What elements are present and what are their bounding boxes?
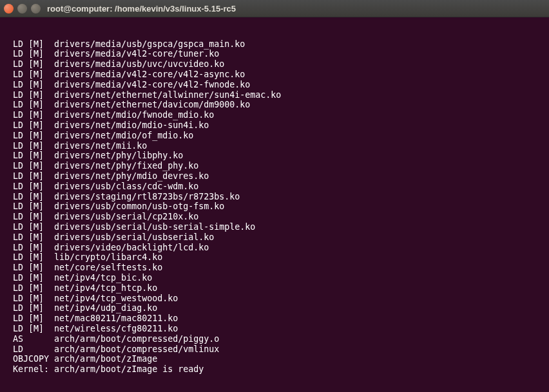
output-line: LD [M] drivers/usb/common/usb-otg-fsm.ko — [3, 201, 546, 212]
terminal-output: LD [M] drivers/media/usb/gspca/gspca_mai… — [3, 39, 546, 375]
output-line: LD [M] drivers/media/usb/gspca/gspca_mai… — [3, 39, 546, 50]
output-line: LD [M] drivers/net/ethernet/allwinner/su… — [3, 90, 546, 100]
window-title: root@computer: /home/kevin/v3s/linux-5.1… — [47, 4, 236, 14]
output-line: LD [M] drivers/media/v4l2-core/v4l2-fwno… — [3, 80, 546, 90]
output-line: LD [M] drivers/usb/class/cdc-wdm.ko — [3, 182, 546, 192]
terminal-window: root@computer: /home/kevin/v3s/linux-5.1… — [0, 0, 549, 392]
output-line: LD [M] drivers/net/phy/libphy.ko — [3, 151, 546, 161]
minimize-icon[interactable] — [17, 4, 27, 14]
output-line: LD [M] drivers/media/v4l2-core/v4l2-asyn… — [3, 70, 546, 80]
output-line: LD [M] drivers/net/mdio/mdio-sun4i.ko — [3, 120, 546, 131]
output-line: LD [M] net/ipv4/tcp_bic.ko — [3, 273, 546, 283]
output-line: OBJCOPY arch/arm/boot/zImage — [3, 354, 546, 364]
output-line: LD [M] net/ipv4/tcp_westwood.ko — [3, 294, 546, 304]
output-line: LD [M] net/wireless/cfg80211.ko — [3, 324, 546, 334]
output-line: LD [M] drivers/usb/serial/usb-serial-sim… — [3, 222, 546, 232]
output-line: LD [M] drivers/net/mii.ko — [3, 141, 546, 151]
output-line: LD [M] drivers/staging/rtl8723bs/r8723bs… — [3, 192, 546, 202]
output-line: LD [M] net/ipv4/udp_diag.ko — [3, 303, 546, 313]
output-line: AS arch/arm/boot/compressed/piggy.o — [3, 334, 546, 344]
output-line: LD [M] lib/crypto/libarc4.ko — [3, 252, 546, 263]
output-line: LD [M] net/ipv4/tcp_htcp.ko — [3, 283, 546, 294]
close-icon[interactable] — [4, 4, 14, 14]
output-line: LD [M] drivers/net/phy/fixed_phy.ko — [3, 161, 546, 171]
output-line: LD [M] drivers/media/v4l2-core/tuner.ko — [3, 49, 546, 59]
output-line: LD [M] net/core/selftests.ko — [3, 263, 546, 273]
window-controls — [4, 4, 41, 14]
output-line: LD [M] drivers/net/mdio/fwnode_mdio.ko — [3, 110, 546, 120]
titlebar[interactable]: root@computer: /home/kevin/v3s/linux-5.1… — [0, 0, 549, 17]
output-line: Kernel: arch/arm/boot/zImage is ready — [3, 364, 546, 375]
output-line: LD [M] drivers/net/mdio/of_mdio.ko — [3, 131, 546, 141]
terminal-body[interactable]: LD [M] drivers/media/usb/gspca/gspca_mai… — [0, 17, 549, 392]
output-line: LD [M] drivers/media/usb/uvc/uvcvideo.ko — [3, 59, 546, 70]
maximize-icon[interactable] — [31, 4, 41, 14]
output-line: LD [M] drivers/usb/serial/usbserial.ko — [3, 232, 546, 243]
output-line: LD [M] drivers/net/phy/mdio_devres.ko — [3, 171, 546, 182]
output-line: LD arch/arm/boot/compressed/vmlinux — [3, 344, 546, 355]
output-line: LD [M] drivers/net/ethernet/davicom/dm90… — [3, 100, 546, 110]
output-line: LD [M] drivers/video/backlight/lcd.ko — [3, 243, 546, 253]
output-line: LD [M] drivers/usb/serial/cp210x.ko — [3, 212, 546, 222]
output-line: LD [M] net/mac80211/mac80211.ko — [3, 313, 546, 324]
